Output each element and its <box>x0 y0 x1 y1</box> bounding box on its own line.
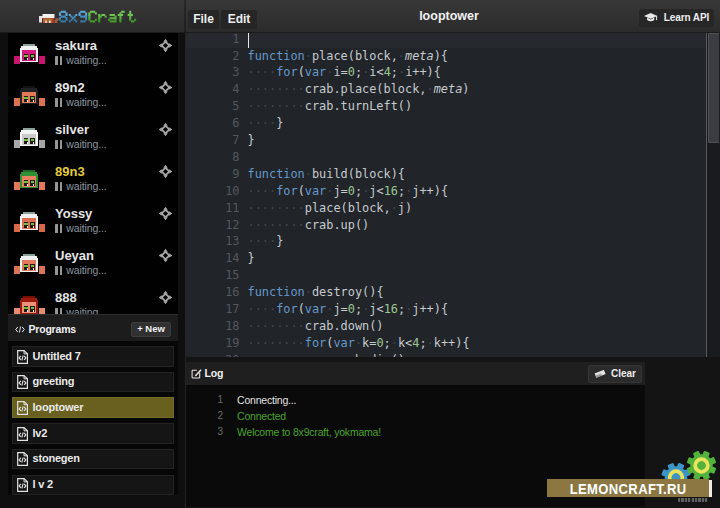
log-line-text: Welcome to 8x9craft, yokmama! <box>237 424 381 440</box>
move-crosshair-icon[interactable] <box>159 249 172 262</box>
log-line-number: 2 <box>186 408 223 424</box>
sidebar: sakura waiting... 89n2 waiting... <box>0 33 185 508</box>
program-item-Untitled-7[interactable]: Untitled 7 <box>12 346 174 367</box>
file-code-icon <box>17 427 28 441</box>
line-number: 4 <box>186 81 240 98</box>
file-code-icon <box>17 401 28 415</box>
character-status: waiting... <box>55 265 107 276</box>
line-number: 9 <box>186 166 240 183</box>
line-number: 7 <box>186 132 240 149</box>
code-line-text: function·build(block){ <box>248 166 406 183</box>
line-number: 16 <box>186 284 240 301</box>
pause-icon <box>55 182 62 191</box>
character-row-888[interactable]: 888 waiting... <box>8 285 178 314</box>
character-row-silver[interactable]: silver waiting... <box>8 117 178 159</box>
line-number: 15 <box>186 267 240 284</box>
code-line-text: ····} <box>248 233 284 250</box>
code-line-text: ············crab.dig() <box>248 352 406 357</box>
line-number: 18 <box>186 318 240 335</box>
character-name: 89n2 <box>55 80 85 95</box>
move-crosshair-icon[interactable] <box>159 165 172 178</box>
line-number: 12 <box>186 217 240 234</box>
code-line-text: ····for(var·j=0;·j<16;·j++){ <box>248 301 449 318</box>
character-row-Ueyan[interactable]: Ueyan waiting... <box>8 243 178 285</box>
program-item-lv2[interactable]: lv2 <box>12 423 174 444</box>
program-item-looptower[interactable]: looptower <box>12 397 174 418</box>
file-code-icon <box>17 452 28 466</box>
move-crosshair-icon[interactable] <box>159 207 172 220</box>
text-cursor <box>248 33 250 48</box>
code-line-text: ········crab.turnLeft() <box>248 98 413 115</box>
eraser-icon <box>594 369 606 378</box>
crab-avatar <box>14 128 45 148</box>
code-line-text: ········crab.place(block,·meta) <box>248 81 470 98</box>
clear-log-button[interactable]: Clear <box>588 365 642 383</box>
code-line-text: ········crab.down() <box>248 318 384 335</box>
code-line: 17 ····for(var·j=0;·j<16;·j++){ <box>186 301 720 318</box>
program-label: greeting <box>33 375 75 387</box>
8x9craft-app: File Edit looptower Learn API <box>0 0 720 508</box>
status-text: waiting... <box>66 306 106 314</box>
line-number: 1 <box>186 33 240 48</box>
code-line-text: function·place(block,·meta){ <box>248 48 449 65</box>
program-label: Untitled 7 <box>33 350 81 362</box>
code-line: 19 ········for(var·k=0;·k<4;·k++){ <box>186 335 720 352</box>
program-item-l-v-2[interactable]: l v 2 <box>12 475 174 496</box>
line-number: 8 <box>186 149 240 166</box>
learn-api-button[interactable]: Learn API <box>639 9 714 27</box>
program-item-stonegen[interactable]: stonegen <box>12 449 174 470</box>
pause-icon <box>55 266 62 275</box>
character-row-sakura[interactable]: sakura waiting... <box>8 33 178 75</box>
character-status: waiting... <box>55 307 107 315</box>
code-line: 9 function·build(block){ <box>186 166 720 183</box>
code-editor[interactable]: 1 2 function·place(block,·meta){ 3 ····f… <box>186 33 720 357</box>
pause-icon <box>55 98 62 107</box>
program-label: looptower <box>33 401 84 413</box>
line-number: 11 <box>186 200 240 217</box>
status-text: waiting... <box>66 264 106 276</box>
code-line: 13 ····} <box>186 233 720 250</box>
document-title: looptower <box>185 9 713 23</box>
character-name: sakura <box>55 38 97 53</box>
programs-header: Programs + New <box>8 314 178 341</box>
character-status: waiting... <box>55 139 107 150</box>
new-program-button[interactable]: + New <box>131 322 171 337</box>
watermark-small-text <box>678 498 708 501</box>
character-name: Yossy <box>55 206 92 221</box>
log-line: 3 Welcome to 8x9craft, yokmama! <box>186 424 645 440</box>
line-number: 5 <box>186 98 240 115</box>
code-line: 18 ········crab.down() <box>186 318 720 335</box>
code-line: 3 ····for(var·i=0;·i<4;·i++){ <box>186 64 720 81</box>
character-row-89n2[interactable]: 89n2 waiting... <box>8 75 178 117</box>
character-status: waiting... <box>55 223 107 234</box>
move-crosshair-icon[interactable] <box>159 81 172 94</box>
character-status: waiting... <box>55 181 107 192</box>
code-line: 20 ············crab.dig() <box>186 352 720 357</box>
code-line-text: } <box>248 132 255 149</box>
file-code-icon <box>17 478 28 492</box>
line-number: 2 <box>186 48 240 65</box>
program-label: lv2 <box>33 427 48 439</box>
move-crosshair-icon[interactable] <box>159 291 172 304</box>
crab-avatar <box>14 86 45 106</box>
program-item-greeting[interactable]: greeting <box>12 372 174 393</box>
move-crosshair-icon[interactable] <box>159 123 172 136</box>
character-row-Yossy[interactable]: Yossy waiting... <box>8 201 178 243</box>
code-brackets-icon <box>15 326 25 333</box>
code-line: 14 } <box>186 250 720 267</box>
editor-scrollbar[interactable] <box>706 33 719 357</box>
character-name: silver <box>55 122 89 137</box>
character-status: waiting... <box>55 55 107 66</box>
code-line: 12 ········crab.up() <box>186 217 720 234</box>
log-title: Log <box>205 367 224 379</box>
character-list: sakura waiting... 89n2 waiting... <box>8 33 178 314</box>
edit-pencil-icon <box>191 368 202 379</box>
line-number: 20 <box>186 352 240 357</box>
code-line-text: function·destroy(){ <box>248 284 384 301</box>
scrollbar-thumb[interactable] <box>708 33 720 143</box>
line-number: 3 <box>186 64 240 81</box>
character-row-89n3[interactable]: 89n3 waiting... <box>8 159 178 201</box>
log-line-text: Connecting... <box>237 392 296 408</box>
code-line-text: ········crab.up() <box>248 217 370 234</box>
move-crosshair-icon[interactable] <box>159 39 172 52</box>
